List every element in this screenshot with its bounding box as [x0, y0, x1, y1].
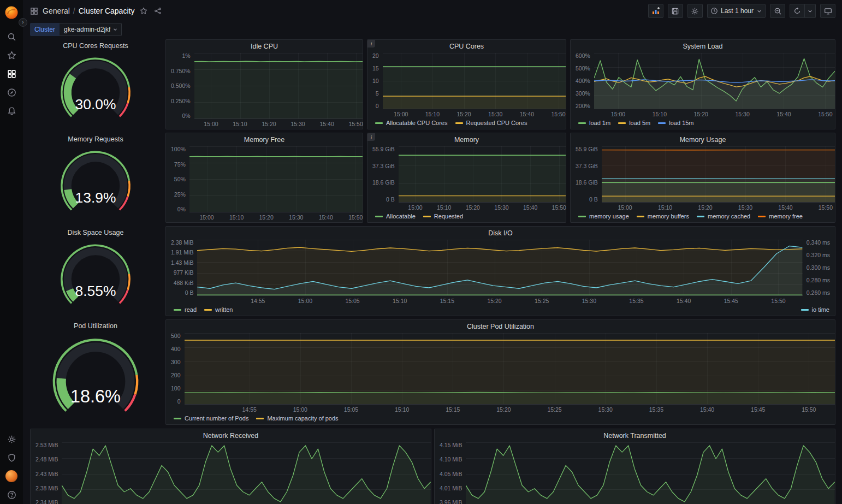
legend-item[interactable]: Current number of Pods [174, 415, 248, 422]
panel-title[interactable]: Disk Space Usage [68, 226, 124, 239]
panel-title[interactable]: Memory [367, 133, 566, 146]
grafana-logo[interactable] [4, 5, 19, 20]
variable-value[interactable]: gke-admin-d2jkf [60, 23, 122, 36]
panel-title[interactable]: System Load [571, 40, 835, 53]
x-axis: 14:5515:0015:0515:1015:1515:2015:2515:30… [197, 295, 802, 305]
legend: load 1mload 5mload 15m [571, 119, 835, 129]
panel-network-transmitted: Network Transmitted4.15 MiB4.10 MiB4.05 … [434, 429, 835, 504]
dashboard-settings-button[interactable] [687, 4, 703, 18]
panel-title[interactable]: Network Transmitted [435, 429, 835, 442]
plot-canvas [594, 53, 835, 109]
panel-title[interactable]: Pod Utilization [74, 319, 117, 333]
x-tick-label: 15:40 [319, 214, 333, 221]
x-tick-label: 15:50 [802, 406, 816, 413]
legend-item[interactable]: memory buffers [637, 213, 689, 220]
plot-area: 1%0.750%0.500%0.250%0%15:0015:1015:2015:… [166, 53, 363, 129]
x-tick-label: 15:50 [552, 204, 566, 211]
x-tick-label: 15:05 [345, 298, 359, 304]
gauge: 13.9% [41, 147, 150, 219]
explore-compass-icon[interactable] [0, 83, 23, 102]
legend-swatch [578, 216, 586, 217]
time-range-picker[interactable]: Last 1 hour [707, 4, 766, 18]
zoom-out-button[interactable] [770, 4, 785, 18]
legend-swatch [423, 216, 431, 217]
sidebar-expand-chevron-icon[interactable]: › [19, 18, 27, 27]
y-tick-label: 500 [171, 333, 181, 339]
x-axis: 15:0015:1015:2015:3015:4015:50 [189, 212, 363, 221]
legend-item[interactable]: Allocatable [375, 213, 416, 220]
breadcrumb-dashboard-title[interactable]: Cluster Capacity [79, 7, 135, 15]
panel-info-icon[interactable]: i [367, 40, 375, 48]
y-axis: 100%75%50%25%0% [166, 146, 189, 212]
x-tick-label: 15:15 [446, 406, 460, 413]
legend-item[interactable]: Requested [423, 213, 463, 220]
legend-label: Allocatable CPU Cores [386, 120, 448, 126]
legend-item[interactable]: read [174, 306, 197, 313]
y-tick-label: 4.10 MiB [440, 456, 462, 462]
favorite-star-icon[interactable] [139, 6, 149, 16]
legend-label: load 15m [669, 120, 693, 126]
plot-area: 600%500%400%300%200%15:0015:1015:2015:30… [571, 53, 835, 119]
add-panel-button[interactable] [648, 4, 663, 18]
panel-title[interactable]: Memory Free [166, 133, 363, 146]
panel-title[interactable]: Network Received [31, 429, 431, 442]
configuration-gear-icon[interactable] [0, 430, 23, 448]
legend-item[interactable]: memory cached [697, 213, 750, 220]
y-tick-label: 0 B [386, 197, 395, 202]
share-icon[interactable] [153, 6, 163, 16]
help-icon[interactable] [0, 485, 23, 504]
y-tick-label: 400% [576, 78, 590, 84]
search-icon[interactable] [0, 27, 23, 46]
plot-canvas [194, 53, 363, 118]
user-avatar[interactable] [0, 467, 23, 485]
panel-title[interactable]: Cluster Pod Utilization [166, 320, 835, 333]
panel-title[interactable]: Disk I/O [166, 227, 835, 240]
legend-item[interactable]: io time [801, 306, 829, 313]
x-tick-label: 15:50 [819, 204, 833, 211]
dashboards-icon[interactable] [0, 64, 23, 83]
panel-title[interactable]: CPU Cores Requests [63, 39, 128, 52]
legend-item[interactable]: load 15m [658, 120, 693, 126]
legend-item[interactable]: load 1m [578, 120, 610, 126]
y-tick-label: 37.3 GiB [372, 163, 395, 169]
x-tick-label: 15:40 [700, 406, 714, 413]
legend-item[interactable]: written [204, 306, 233, 313]
breadcrumb-folder[interactable]: General [43, 7, 70, 15]
panel-title[interactable]: Memory Requests [68, 133, 123, 146]
legend-item[interactable]: Maximum capacity of pods [256, 415, 338, 422]
save-dashboard-button[interactable] [668, 4, 683, 18]
panel-network-received: Network Received2.53 MiB2.48 MiB2.43 MiB… [30, 429, 431, 504]
refresh-interval-caret-icon[interactable] [805, 4, 816, 18]
legend-item[interactable]: load 5m [618, 120, 650, 126]
x-tick-label: 15:50 [551, 111, 565, 117]
panel-title[interactable]: CPU Cores [367, 40, 566, 53]
y-tick-label: 400 [171, 346, 181, 352]
panel-cpu-cores: CPU Coresi2015105015:0015:1015:2015:3015… [367, 39, 566, 129]
server-admin-shield-icon[interactable] [0, 448, 23, 467]
y-tick-label: 100% [171, 146, 186, 152]
alerting-bell-icon[interactable] [0, 102, 23, 120]
panel-memory-requests: Memory Requests13.9% [30, 133, 161, 223]
y-tick-label: 75% [174, 162, 186, 167]
x-tick-label: 15:10 [425, 111, 440, 117]
y-tick-label: 0.300 ms [807, 265, 830, 270]
clock-icon [710, 7, 718, 15]
y-axis: 2.53 MiB2.48 MiB2.43 MiB2.38 MiB2.34 MiB [31, 442, 62, 504]
refresh-button-group [790, 4, 816, 18]
plot-canvas [399, 146, 566, 202]
legend-item[interactable]: memory free [758, 213, 803, 220]
refresh-button[interactable] [790, 4, 805, 18]
legend-item[interactable]: memory usage [578, 213, 629, 220]
legend-label: load 5m [629, 120, 650, 126]
panel-info-icon[interactable]: i [367, 133, 375, 141]
legend-item[interactable]: Requested CPU Cores [455, 120, 527, 126]
plot-area: 2015105015:0015:1015:2015:3015:4015:50 [367, 53, 566, 119]
starred-icon[interactable] [0, 46, 23, 64]
panel-title[interactable]: Memory Usage [571, 133, 835, 146]
cluster-variable-dropdown[interactable]: Cluster gke-admin-d2jkf [30, 23, 122, 36]
y-tick-label: 10 [372, 78, 379, 84]
cycle-view-mode-button[interactable] [820, 4, 835, 18]
y-tick-label: 4.01 MiB [440, 485, 462, 491]
legend-item[interactable]: Allocatable CPU Cores [375, 120, 448, 126]
panel-title[interactable]: Idle CPU [166, 40, 363, 53]
